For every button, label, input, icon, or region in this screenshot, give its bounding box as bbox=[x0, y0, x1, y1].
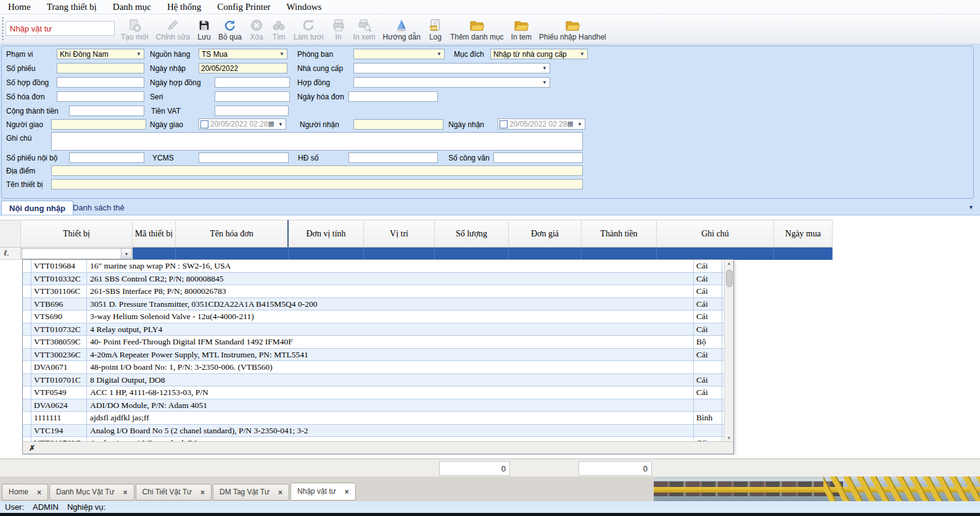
grid-cell[interactable] bbox=[657, 248, 774, 260]
toolbar-button-log[interactable]: LOGLog bbox=[424, 15, 447, 43]
grid-column-vi-tri[interactable]: Vị trí bbox=[364, 220, 435, 248]
dropdown-row[interactable]: VTB6963051 D. Pressure Transmitter, 0351… bbox=[23, 298, 733, 311]
tab-danh-sach-the[interactable]: Danh sách thẻ bbox=[65, 201, 132, 215]
grid-column-ghi-chu[interactable]: Ghi chú bbox=[657, 220, 774, 248]
dropdown-row[interactable]: VTT01968416" marine snap wrap PN : SW2-1… bbox=[23, 260, 733, 273]
toolbar-button-phieu-nhap-handhel[interactable]: Phiếu nhập Handhel bbox=[535, 15, 610, 43]
dropdown-row[interactable]: 1111111ajdsfl ajdfkl jas;ffBình bbox=[23, 412, 733, 425]
dropdown-row[interactable]: VTT010332C261 SBS Control CR2; P/N; 8000… bbox=[23, 273, 733, 286]
bottom-tab-nhap-vat-tu[interactable]: Nhập vật tư× bbox=[290, 483, 356, 501]
close-icon[interactable]: × bbox=[200, 489, 205, 496]
scroll-up-icon[interactable]: ▲ bbox=[725, 261, 733, 265]
toolbar-button-bo-qua[interactable]: Bỏ qua bbox=[215, 15, 245, 43]
grid-column-don-gia[interactable]: Đơn giá bbox=[509, 220, 582, 248]
close-icon[interactable]: × bbox=[37, 489, 41, 496]
ngay-nhan-picker[interactable]: 20/05/2022 02:28 ▦ ▼ bbox=[498, 119, 585, 130]
ngay-nhan-checkbox[interactable] bbox=[500, 120, 508, 128]
phong-ban-combo[interactable]: ▼ bbox=[353, 49, 445, 59]
so-hop-dong-input[interactable] bbox=[57, 77, 144, 88]
tab-noi-dung-nhap[interactable]: Nội dung nhập bbox=[1, 201, 73, 215]
seri-input[interactable] bbox=[215, 91, 290, 102]
grid-column-ma-thiet-bi[interactable]: Mã thiết bị bbox=[133, 220, 176, 248]
grid-column-don-vi-tinh[interactable]: Đơn vị tính bbox=[289, 220, 364, 248]
tabstrip-dropdown-icon[interactable]: ▼ bbox=[968, 204, 974, 210]
toolbar-button-chinh-sua[interactable]: Chỉnh sửa bbox=[152, 15, 194, 43]
ngay-hop-dong-input[interactable] bbox=[215, 77, 290, 88]
ngay-giao-picker[interactable]: 20/05/2022 02:28 ▦ ▼ bbox=[199, 119, 286, 130]
ngay-nhap-input[interactable] bbox=[199, 63, 287, 73]
ycms-input[interactable] bbox=[199, 152, 289, 163]
pham-vi-combo[interactable]: Khí Đông Nam ▼ bbox=[57, 49, 144, 59]
bottom-tab-danh-muc-vat-tu[interactable]: Danh Mục Vật Tư× bbox=[49, 484, 134, 501]
so-cong-van-input[interactable] bbox=[493, 152, 583, 163]
grid-cell[interactable] bbox=[774, 248, 833, 260]
grid-cell[interactable] bbox=[509, 248, 582, 260]
close-icon[interactable]: × bbox=[123, 489, 128, 496]
dropdown-scrollbar[interactable]: ▲ ▼ bbox=[724, 260, 733, 441]
bottom-tab-chi-tiet-vat-tu[interactable]: Chi Tiết Vật Tư× bbox=[136, 484, 212, 501]
chevron-down-icon[interactable]: ▼ bbox=[121, 249, 131, 259]
toolbar-button-in[interactable]: In bbox=[327, 15, 350, 43]
grid-column-ngay-mua[interactable]: Ngày mua bbox=[774, 220, 833, 248]
toolbar-button-huong-dan[interactable]: Hướng dẫn bbox=[379, 15, 424, 43]
so-phieu-input[interactable] bbox=[57, 63, 144, 73]
dropdown-row[interactable]: DVA0624ADI/DO Module, P/N: Adam 4051 bbox=[23, 399, 733, 412]
scrollbar-thumb[interactable] bbox=[726, 270, 733, 287]
menu-item-windows[interactable]: Windows bbox=[279, 0, 330, 14]
toolbar-button-tao-moi[interactable]: Tạo mới bbox=[117, 15, 152, 43]
grid-column-so-luong[interactable]: Số lượng bbox=[435, 220, 509, 248]
toolbar-button-in-tem[interactable]: In tem bbox=[508, 15, 535, 43]
grid-cell[interactable] bbox=[582, 248, 657, 260]
toolbar-button-tim[interactable]: Tìm bbox=[268, 15, 290, 43]
dropdown-row[interactable]: VTT301106C261-SBS Interface P8; P/N; 800… bbox=[23, 285, 733, 298]
dropdown-row[interactable]: VTT308059C40- Point Feed-Through Digital… bbox=[23, 336, 733, 349]
context-title-input[interactable] bbox=[6, 21, 115, 36]
tien-vat-input[interactable] bbox=[215, 106, 289, 116]
nguon-hang-combo[interactable]: TS Mua ▼ bbox=[199, 49, 287, 59]
cong-thanh-tien-input[interactable] bbox=[69, 106, 144, 116]
dropdown-row[interactable]: VTC194Analog I/O Board No 5 (2 chanel st… bbox=[23, 425, 733, 438]
grid-column-thanh-tien[interactable]: Thành tiền bbox=[582, 220, 657, 248]
ten-thiet-bi-input[interactable] bbox=[51, 179, 583, 189]
dropdown-row[interactable]: VTF0549ACC 1 HP, 4111-68-12153-03, P/NCá… bbox=[23, 386, 733, 399]
dropdown-row[interactable]: VTT300236C4-20mA Repeater Power Supply, … bbox=[23, 349, 733, 362]
dropdown-row[interactable]: VTS6903-way Helium Solenoid Valve - 12u(… bbox=[23, 310, 733, 323]
thiet-bi-cell-combo[interactable]: ▼ bbox=[22, 248, 132, 259]
menu-item-home[interactable]: Home bbox=[0, 0, 39, 14]
grid-column-thiet-bi[interactable]: Thiết bị bbox=[21, 220, 133, 248]
nguoi-giao-input[interactable] bbox=[51, 119, 146, 130]
grid-cell[interactable] bbox=[435, 248, 509, 260]
scroll-down-icon[interactable]: ▼ bbox=[725, 436, 733, 440]
dropdown-row[interactable]: VTT010760CAnalog input 4 I/O standard, R… bbox=[23, 437, 733, 441]
grid-cell[interactable] bbox=[289, 248, 364, 260]
bottom-tab-dm-tag-vat-tu[interactable]: DM Tag Vật Tư× bbox=[213, 484, 289, 501]
close-icon[interactable]: × bbox=[345, 488, 349, 496]
muc-dich-combo[interactable]: Nhập từ nhà cung cấp ▼ bbox=[490, 49, 588, 59]
menu-item-config-printer[interactable]: Config Printer bbox=[209, 0, 278, 14]
toolbar-button-them-danh-muc[interactable]: Thêm danh mục bbox=[447, 15, 508, 43]
toolbar-button-lam-tuoi[interactable]: Làm tươi bbox=[290, 15, 327, 43]
close-icon[interactable]: ✗ bbox=[29, 444, 35, 452]
hd-so-input[interactable] bbox=[348, 152, 438, 163]
close-icon[interactable]: × bbox=[278, 489, 282, 496]
dropdown-row[interactable]: DVA067148-point I/O board No: 1, P/N: 3-… bbox=[23, 361, 733, 374]
toolbar-button-luu[interactable]: Lưu bbox=[194, 15, 215, 43]
dropdown-row[interactable]: VTT010701C8 Digital Output, DO8Cái bbox=[23, 374, 733, 387]
nha-cung-cap-combo[interactable]: ▼ bbox=[353, 63, 550, 73]
ngay-giao-checkbox[interactable] bbox=[200, 120, 208, 128]
grid-column-ten-hoa-don[interactable]: Tên hóa đơn bbox=[176, 220, 289, 248]
ghi-chu-textarea[interactable] bbox=[51, 132, 583, 151]
toolbar-button-in-xem[interactable]: In xem bbox=[350, 15, 379, 43]
so-hoa-don-input[interactable] bbox=[57, 91, 144, 102]
toolbar-grip-handle[interactable] bbox=[2, 17, 4, 41]
grid-cell[interactable] bbox=[364, 248, 435, 260]
dia-diem-input[interactable] bbox=[51, 165, 583, 176]
menu-item-trang-thiet-bi[interactable]: Trang thiết bị bbox=[39, 0, 105, 14]
nguoi-nhan-input[interactable] bbox=[353, 119, 443, 130]
grid-cell[interactable] bbox=[176, 248, 289, 260]
toolbar-button-xoa[interactable]: Xóa bbox=[245, 15, 268, 43]
dropdown-row[interactable]: VTT010732C4 Relay output, PLY4Cái bbox=[23, 323, 733, 336]
so-phieu-noi-bo-input[interactable] bbox=[69, 152, 144, 163]
menu-item-he-thong[interactable]: Hệ thống bbox=[159, 0, 209, 14]
ngay-hoa-don-input[interactable] bbox=[348, 91, 438, 102]
